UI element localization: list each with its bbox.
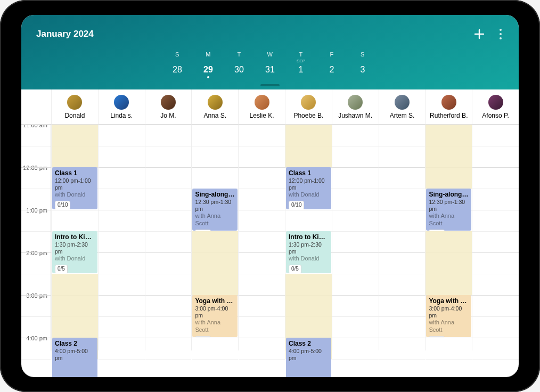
event-capacity: 0/10 bbox=[195, 336, 210, 337]
lane[interactable]: Sing-along S…12:30 pm-1:30 pmwith Anna S… bbox=[425, 125, 472, 350]
avatar bbox=[488, 95, 503, 110]
lane[interactable] bbox=[379, 125, 426, 350]
staff-name: Phoebe B. bbox=[293, 112, 323, 119]
unavailable-block bbox=[192, 231, 238, 295]
lane[interactable]: Class 112:00 pm-1:00 pmwith Donald0/10In… bbox=[51, 125, 98, 350]
month-title[interactable]: January 2024 bbox=[36, 29, 94, 39]
day-abbr: F bbox=[330, 51, 333, 58]
staff-name: Rutherford B. bbox=[430, 112, 468, 119]
event-capacity: 0/10 bbox=[429, 336, 444, 337]
day-selector-31[interactable]: W31 bbox=[262, 51, 278, 78]
day-number: 1 bbox=[299, 65, 304, 75]
more-menu-button[interactable] bbox=[497, 27, 504, 42]
avatar bbox=[348, 95, 363, 110]
staff-name: Linda s. bbox=[110, 112, 133, 119]
event-time: 4:00 pm-5:00 pm bbox=[55, 348, 95, 362]
unavailable-block bbox=[426, 231, 472, 295]
event-title: Class 1 bbox=[55, 169, 95, 177]
add-event-button[interactable] bbox=[473, 28, 486, 40]
screen: January 2024 S28M29T30W31TSEP1F2S3 Do bbox=[21, 15, 519, 377]
lane[interactable] bbox=[238, 125, 285, 350]
time-gutter-header bbox=[21, 89, 51, 124]
time-label: 3:00 pm bbox=[25, 292, 48, 299]
event[interactable]: Intro to Kickb…1:30 pm-2:30 pmwith Donal… bbox=[52, 231, 97, 273]
event-capacity: 0/10 bbox=[289, 201, 304, 209]
avatar bbox=[208, 95, 223, 110]
time-label: 2:00 pm bbox=[25, 250, 48, 256]
event[interactable]: Class 24:00 pm-5:00 pm bbox=[286, 338, 331, 377]
day-number: 30 bbox=[234, 65, 244, 75]
day-selector-2[interactable]: F2 bbox=[324, 51, 340, 78]
event-title: Sing-along S… bbox=[195, 191, 235, 199]
day-abbr: M bbox=[206, 51, 211, 58]
event-title: Intro to Kickb… bbox=[289, 233, 329, 241]
event-instructor: with Donald bbox=[289, 191, 329, 199]
day-number: 31 bbox=[265, 65, 275, 75]
lane[interactable] bbox=[332, 125, 379, 350]
day-selected-dot bbox=[207, 76, 209, 78]
event-time: 12:00 pm-1:00 pm bbox=[289, 177, 329, 191]
avatar bbox=[161, 95, 176, 110]
staff-name: Anna S. bbox=[203, 112, 226, 119]
event-capacity: 0/5 bbox=[55, 265, 68, 273]
event[interactable]: Class 112:00 pm-1:00 pmwith Donald0/10 bbox=[52, 167, 97, 209]
event-time: 3:00 pm-4:00 pm bbox=[429, 305, 469, 319]
staff-column-header[interactable]: Phoebe B. bbox=[285, 89, 332, 124]
calendar-grid-scroll[interactable]: 11:00 am12:00 pm1:00 pm2:00 pm3:00 pm4:0… bbox=[21, 125, 519, 377]
lane[interactable] bbox=[98, 125, 145, 350]
avatar bbox=[255, 95, 269, 110]
staff-column-header[interactable]: Afonso P. bbox=[472, 89, 519, 124]
event-instructor: with Donald bbox=[55, 191, 95, 199]
staff-name: Artem S. bbox=[390, 112, 415, 119]
event-title: Yoga with W… bbox=[195, 297, 235, 305]
day-abbr: W bbox=[267, 51, 273, 58]
event-capacity: 0/5 bbox=[289, 265, 301, 273]
event-time: 1:30 pm-2:30 pm bbox=[289, 241, 329, 255]
day-abbr: S bbox=[175, 51, 179, 58]
drag-handle[interactable] bbox=[260, 84, 280, 86]
staff-column-header[interactable]: Rutherford B. bbox=[425, 89, 472, 124]
event[interactable]: Yoga with W…3:00 pm-4:00 pmwith Anna Sco… bbox=[192, 295, 238, 337]
staff-column-header[interactable]: Jushawn M. bbox=[332, 89, 379, 124]
event-title: Intro to Kickb… bbox=[55, 233, 95, 241]
time-label: 12:00 pm bbox=[22, 165, 48, 171]
event[interactable]: Sing-along S…12:30 pm-1:30 pmwith Anna S… bbox=[426, 189, 471, 231]
staff-column-header[interactable]: Donald bbox=[51, 89, 98, 124]
staff-column-header[interactable]: Jo M. bbox=[145, 89, 192, 124]
event-instructor: with Anna Scott bbox=[195, 213, 235, 227]
event[interactable]: Intro to Kickb…1:30 pm-2:30 pmwith Donal… bbox=[286, 231, 331, 273]
avatar bbox=[395, 95, 410, 110]
staff-column-header[interactable]: Linda s. bbox=[98, 89, 145, 124]
staff-column-header[interactable]: Leslie K. bbox=[238, 89, 285, 124]
unavailable-block bbox=[426, 125, 472, 189]
event-capacity: 0/10 bbox=[429, 230, 444, 231]
day-month-label: SEP bbox=[297, 59, 305, 64]
day-selector-30[interactable]: T30 bbox=[231, 51, 247, 78]
event-time: 12:00 pm-1:00 pm bbox=[55, 177, 95, 191]
avatar bbox=[301, 95, 316, 110]
unavailable-block bbox=[285, 125, 332, 167]
event[interactable]: Class 24:00 pm-5:00 pm bbox=[52, 338, 97, 377]
event[interactable]: Sing-along S…12:30 pm-1:30 pmwith Anna S… bbox=[192, 189, 238, 231]
event-instructor: with Donald bbox=[289, 255, 329, 263]
lane[interactable]: Class 112:00 pm-1:00 pmwith Donald0/10In… bbox=[285, 125, 332, 350]
unavailable-block bbox=[52, 125, 98, 167]
event[interactable]: Class 112:00 pm-1:00 pmwith Donald0/10 bbox=[286, 167, 331, 209]
day-selector-3[interactable]: S3 bbox=[355, 51, 371, 78]
staff-column-header[interactable]: Anna S. bbox=[191, 89, 238, 124]
day-selector-29[interactable]: M29 bbox=[200, 51, 216, 78]
time-label: 1:00 pm bbox=[25, 207, 48, 214]
avatar bbox=[67, 95, 82, 110]
event-title: Class 2 bbox=[55, 340, 95, 348]
event-time: 1:30 pm-2:30 pm bbox=[55, 241, 95, 255]
lane[interactable] bbox=[472, 125, 519, 350]
lane[interactable]: Sing-along S…12:30 pm-1:30 pmwith Anna S… bbox=[191, 125, 238, 350]
event-time: 4:00 pm-5:00 pm bbox=[289, 348, 329, 362]
event[interactable]: Yoga with W…3:00 pm-4:00 pmwith Anna Sco… bbox=[426, 295, 471, 337]
lane[interactable] bbox=[145, 125, 192, 350]
event-time: 12:30 pm-1:30 pm bbox=[429, 199, 469, 213]
day-abbr: T bbox=[299, 51, 302, 58]
staff-column-header[interactable]: Artem S. bbox=[379, 89, 426, 124]
day-selector-1[interactable]: TSEP1 bbox=[293, 51, 309, 78]
day-selector-28[interactable]: S28 bbox=[169, 51, 185, 78]
